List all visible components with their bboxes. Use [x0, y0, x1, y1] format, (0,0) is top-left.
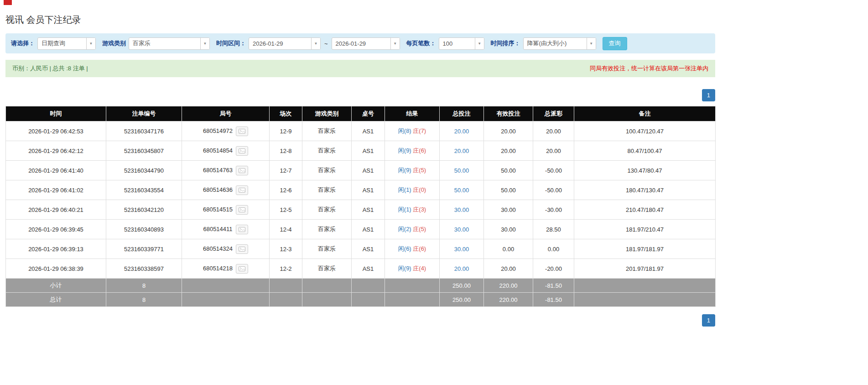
- result-cell: 闲(8) 庄(7): [385, 121, 440, 141]
- query-type-select[interactable]: 日期查询 ▼: [37, 37, 96, 50]
- table-no-cell: AS1: [352, 180, 385, 200]
- round-preview-icon[interactable]: [236, 127, 248, 136]
- search-button[interactable]: 查询: [603, 37, 627, 50]
- column-header: 备注: [574, 106, 716, 121]
- empty-cell: [352, 293, 385, 307]
- sort-order-select[interactable]: 降冪(由大到小) ▼: [523, 37, 596, 50]
- subtotal-payout: -81.50: [533, 279, 574, 293]
- page-button-1[interactable]: 1: [702, 89, 715, 101]
- grand-total-valid-bet: 220.00: [484, 293, 533, 307]
- round-preview-icon[interactable]: [236, 205, 248, 215]
- empty-cell: [574, 279, 716, 293]
- grand-total-payout: -81.50: [533, 293, 574, 307]
- round-preview-icon[interactable]: [236, 244, 248, 254]
- summary-bar: 币别：人民币 | 总共 :8 注单 | 同局有效投注，统一计算在该局第一张注单内: [5, 60, 715, 77]
- content: 视讯 会员下注纪录 请选择： 日期查询 ▼ 游戏类别 百家乐 ▼ 时间区间： 2…: [5, 14, 715, 327]
- total-bet-cell: 50.00: [440, 180, 484, 200]
- remark-cell: 130.47/80.47: [574, 161, 716, 180]
- page-button-1[interactable]: 1: [702, 314, 715, 327]
- column-header: 结果: [385, 106, 440, 121]
- payout-cell: 0.00: [533, 239, 574, 259]
- date-to-select[interactable]: 2026-01-29 ▼: [332, 37, 400, 50]
- round-no-cell: 680514218: [182, 259, 270, 279]
- total-bet-cell: 20.00: [440, 121, 484, 141]
- valid-bet-cell: 20.00: [484, 259, 533, 279]
- empty-cell: [352, 279, 385, 293]
- valid-bet-cell: 30.00: [484, 200, 533, 220]
- result-player: 闲(1): [398, 186, 411, 193]
- page-title: 视讯 会员下注纪录: [5, 14, 715, 26]
- table-no-cell: AS1: [352, 239, 385, 259]
- round-preview-icon[interactable]: [236, 166, 248, 175]
- column-header: 总投注: [440, 106, 484, 121]
- result-cell: 闲(2) 庄(5): [385, 220, 440, 239]
- bet-no-cell: 523160339771: [106, 239, 182, 259]
- empty-cell: [270, 279, 302, 293]
- result-player: 闲(2): [398, 226, 411, 232]
- round-no: 680514763: [203, 166, 233, 173]
- subtotal-row: 小计 8 250.00 220.00 -81.50: [6, 279, 716, 293]
- game-type-select[interactable]: 百家乐 ▼: [129, 37, 210, 50]
- game-type-cell: 百家乐: [302, 141, 352, 161]
- date-to-value: 2026-01-29: [332, 38, 390, 49]
- round-no-cell: 680514636: [182, 180, 270, 200]
- bet-no-cell: 523160347176: [106, 121, 182, 141]
- round-no-cell: 680514515: [182, 200, 270, 220]
- total-bet-link[interactable]: 30.00: [454, 206, 469, 213]
- result-banker: 庄(7): [413, 127, 426, 134]
- round-no-cell: 680514763: [182, 161, 270, 180]
- table-no-cell: AS1: [352, 220, 385, 239]
- date-from-select[interactable]: 2026-01-29 ▼: [249, 37, 321, 50]
- total-bet-link[interactable]: 30.00: [454, 226, 469, 233]
- round-no-cell: 680514854: [182, 141, 270, 161]
- grand-total-label: 总计: [6, 293, 106, 307]
- page-size-select[interactable]: 100 ▼: [439, 37, 484, 50]
- game-type-cell: 百家乐: [302, 220, 352, 239]
- time-cell: 2026-01-29 06:41:02: [6, 180, 106, 200]
- remark-cell: 201.97/181.97: [574, 259, 716, 279]
- valid-bet-cell: 50.00: [484, 161, 533, 180]
- chevron-down-icon: ▼: [390, 38, 400, 49]
- session-cell: 12-8: [270, 141, 302, 161]
- total-bet-cell: 20.00: [440, 259, 484, 279]
- payout-cell: -50.00: [533, 180, 574, 200]
- round-no: 680514636: [203, 186, 233, 193]
- empty-cell: [270, 293, 302, 307]
- result-cell: 闲(1) 庄(3): [385, 200, 440, 220]
- round-no: 680514324: [203, 245, 233, 252]
- table-row: 2026-01-29 06:41:02523160343554680514636…: [6, 180, 716, 200]
- round-no: 680514218: [203, 264, 233, 271]
- result-banker: 庄(3): [413, 206, 426, 213]
- round-preview-icon[interactable]: [236, 264, 248, 274]
- total-bet-link[interactable]: 20.00: [454, 265, 469, 272]
- empty-cell: [302, 293, 352, 307]
- round-no: 680514854: [203, 147, 233, 153]
- total-bet-link[interactable]: 50.00: [454, 187, 469, 194]
- bet-no-cell: 523160344790: [106, 161, 182, 180]
- payout-cell: -50.00: [533, 161, 574, 180]
- column-header: 桌号: [352, 106, 385, 121]
- result-player: 闲(6): [398, 245, 411, 252]
- time-cell: 2026-01-29 06:39:13: [6, 239, 106, 259]
- result-cell: 闲(9) 庄(4): [385, 259, 440, 279]
- pagination-top: 1: [5, 89, 715, 101]
- round-preview-icon[interactable]: [236, 185, 248, 195]
- result-player: 闲(9): [398, 167, 411, 174]
- round-no-cell: 680514972: [182, 121, 270, 141]
- round-preview-icon[interactable]: [236, 146, 248, 156]
- bet-no-cell: 523160343554: [106, 180, 182, 200]
- total-bet-link[interactable]: 30.00: [454, 246, 469, 253]
- total-bet-link[interactable]: 50.00: [454, 167, 469, 174]
- column-header: 注单编号: [106, 106, 182, 121]
- remark-cell: 80.47/100.47: [574, 141, 716, 161]
- result-banker: 庄(5): [413, 226, 426, 232]
- total-bet-link[interactable]: 20.00: [454, 148, 469, 154]
- valid-bet-cell: 50.00: [484, 180, 533, 200]
- grand-total-row: 总计 8 250.00 220.00 -81.50: [6, 293, 716, 307]
- round-preview-icon[interactable]: [236, 225, 248, 234]
- bet-no-cell: 523160342120: [106, 200, 182, 220]
- payout-cell: 20.00: [533, 141, 574, 161]
- total-bet-link[interactable]: 20.00: [454, 128, 469, 135]
- remark-cell: 180.47/130.47: [574, 180, 716, 200]
- column-header: 局号: [182, 106, 270, 121]
